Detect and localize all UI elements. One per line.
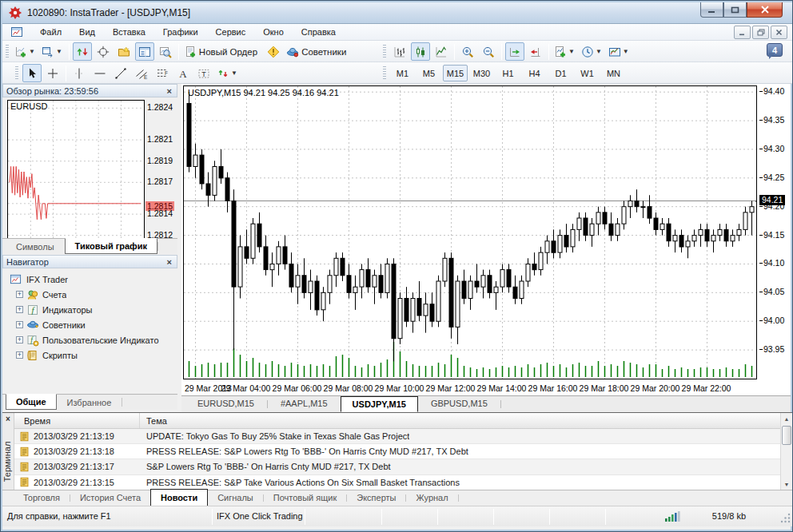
menu-item[interactable]: Справка xyxy=(293,25,345,39)
market-watch-close-icon[interactable]: × xyxy=(165,86,173,96)
expand-plus-icon[interactable]: + xyxy=(16,351,23,359)
horizontal-line-button[interactable] xyxy=(90,64,110,82)
mdi-restore-button[interactable] xyxy=(752,26,769,39)
navigator-item[interactable]: +Счета xyxy=(2,287,177,302)
mdi-minimize-button[interactable] xyxy=(734,26,751,39)
news-scrollbar[interactable]: ▲ ▼ xyxy=(780,413,792,490)
navigator-item[interactable]: +Советники xyxy=(2,317,177,332)
navigator-close-icon[interactable]: × xyxy=(165,257,173,267)
column-header-topic[interactable]: Тема xyxy=(140,416,167,426)
trend-line-button[interactable] xyxy=(111,64,130,82)
timeframe-m1-button[interactable]: M1 xyxy=(390,65,415,81)
new-chart-button[interactable]: ▼ xyxy=(13,42,38,61)
strategy-tester-button[interactable] xyxy=(156,42,175,61)
tick-chart[interactable] xyxy=(7,100,145,240)
terminal-close-icon[interactable]: × xyxy=(2,413,14,423)
timeframe-m5-button[interactable]: M5 xyxy=(416,65,441,81)
text-label-button[interactable]: T xyxy=(194,64,213,82)
toolbar-drag-handle[interactable] xyxy=(383,45,386,59)
toolbar-drag-handle[interactable] xyxy=(6,45,9,59)
navigator-item[interactable]: +fИндикаторы xyxy=(2,302,177,317)
window-minimize-button[interactable] xyxy=(700,2,723,18)
bar-chart-button[interactable] xyxy=(390,42,409,61)
news-row[interactable]: 2013/03/29 21:13:19UPDATE: Tokyo Gas To … xyxy=(14,429,781,444)
timeframe-h1-button[interactable]: H1 xyxy=(496,65,520,81)
timeframe-h4-button[interactable]: H4 xyxy=(522,65,547,81)
timeframe-mn-button[interactable]: MN xyxy=(601,65,626,81)
chevron-down-icon[interactable]: ▼ xyxy=(54,48,64,55)
cursor-button[interactable] xyxy=(22,64,42,82)
menu-item[interactable]: Вид xyxy=(70,25,104,39)
menu-item[interactable]: Файл xyxy=(31,25,70,39)
crosshair-button[interactable] xyxy=(43,64,62,82)
column-header-time[interactable]: Время xyxy=(14,413,140,428)
vertical-line-button[interactable] xyxy=(70,64,89,82)
navigator-root-item[interactable]: IFX Trader xyxy=(2,272,177,287)
arrows-button[interactable]: ▼ xyxy=(215,64,241,82)
zoom-in-button[interactable] xyxy=(458,42,477,61)
chart-tab[interactable]: GBPUSD,M15 xyxy=(420,396,499,412)
indicators-button[interactable]: ▼ xyxy=(552,42,578,61)
terminal-tab[interactable]: Почтовый ящик xyxy=(264,490,346,506)
data-window-button[interactable] xyxy=(94,42,113,61)
terminal-tab[interactable]: История Счета xyxy=(70,490,150,506)
auto-scroll-button[interactable] xyxy=(505,42,524,61)
alerts-button[interactable] xyxy=(264,42,283,61)
chevron-down-icon[interactable]: ▼ xyxy=(594,48,604,55)
timeframe-m15-button[interactable]: M15 xyxy=(443,65,468,81)
menu-item[interactable]: Сервис xyxy=(207,25,255,39)
timeframe-w1-button[interactable]: W1 xyxy=(575,65,600,81)
navigator-tab[interactable]: Общие xyxy=(6,394,57,410)
scrollbar-thumb[interactable] xyxy=(782,426,791,445)
expand-plus-icon[interactable]: + xyxy=(16,306,23,313)
chart-tab[interactable]: EURUSD,M15 xyxy=(186,396,265,412)
navigator-item[interactable]: +fПользовательские Индикато xyxy=(2,332,177,347)
chevron-down-icon[interactable]: ▼ xyxy=(567,48,576,55)
scroll-up-icon[interactable]: ▲ xyxy=(781,413,792,425)
news-row[interactable]: 2013/03/29 21:13:17S&P Lowers Rtg To 'BB… xyxy=(14,459,781,474)
terminal-tab[interactable]: Новости xyxy=(150,489,208,506)
market-watch-button[interactable] xyxy=(73,42,92,61)
profiles-button[interactable]: ▼ xyxy=(40,42,66,61)
chevron-down-icon[interactable]: ▼ xyxy=(229,69,239,77)
expand-plus-icon[interactable]: + xyxy=(16,321,23,328)
templates-button[interactable]: ▼ xyxy=(607,42,632,61)
scroll-down-icon[interactable]: ▼ xyxy=(781,478,792,490)
chevron-down-icon[interactable]: ▼ xyxy=(27,48,37,55)
chart-tab[interactable]: #AAPL,M15 xyxy=(269,396,339,412)
window-maximize-button[interactable] xyxy=(723,2,747,18)
new-order-button[interactable]: Новый Ордер xyxy=(182,42,262,61)
expert-advisors-button[interactable]: Советники xyxy=(285,42,351,61)
fibonacci-button[interactable]: F xyxy=(153,64,172,82)
market-watch-tab[interactable]: Тиковый график xyxy=(65,238,157,254)
periods-button[interactable]: ▼ xyxy=(580,42,605,61)
terminal-tab[interactable]: Журнал xyxy=(406,490,457,506)
toolbar-drag-handle[interactable] xyxy=(383,66,386,81)
terminal-tab[interactable]: Сигналы xyxy=(208,490,263,506)
equidistant-channel-button[interactable]: E xyxy=(132,64,151,82)
terminal-panel-button[interactable] xyxy=(135,42,154,61)
navigator-item[interactable]: +Скрипты xyxy=(2,347,177,363)
timeframe-d1-button[interactable]: D1 xyxy=(548,65,573,81)
resize-grip[interactable] xyxy=(780,513,791,526)
zoom-out-button[interactable] xyxy=(479,42,498,61)
toolbar-drag-handle[interactable] xyxy=(15,66,18,81)
menu-item[interactable]: Вставка xyxy=(104,25,154,39)
text-button[interactable]: A xyxy=(173,64,193,82)
candlestick-chart[interactable] xyxy=(183,85,757,379)
news-row[interactable]: 2013/03/29 21:13:18PRESS RELEASE: S&P Lo… xyxy=(14,444,781,459)
candlestick-chart-button[interactable] xyxy=(411,42,430,61)
expand-plus-icon[interactable]: + xyxy=(16,336,23,343)
terminal-tab[interactable]: Торговля xyxy=(14,490,70,506)
navigator-tab[interactable]: Избранное xyxy=(57,395,122,410)
mdi-close-button[interactable] xyxy=(771,26,787,39)
window-close-button[interactable] xyxy=(747,2,783,18)
chart-tab[interactable]: USDJPY,M15 xyxy=(341,396,418,412)
expand-plus-icon[interactable]: + xyxy=(16,291,23,298)
chevron-down-icon[interactable]: ▼ xyxy=(621,48,631,55)
market-watch-tab[interactable]: Символы xyxy=(6,239,65,254)
navigator-folder-button[interactable] xyxy=(114,42,133,61)
menu-item[interactable]: Графики xyxy=(154,25,207,39)
chart-time-axis[interactable]: 29 Mar 201329 Mar 04:0029 Mar 06:0029 Ma… xyxy=(183,383,757,394)
chart-shift-button[interactable] xyxy=(526,42,545,61)
